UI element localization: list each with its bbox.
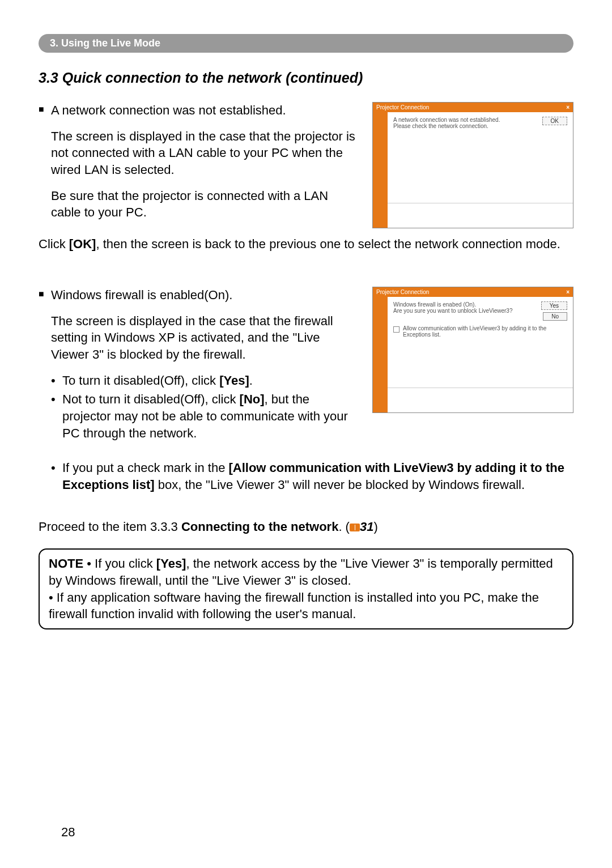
dialog-1-footer: [388, 203, 573, 228]
dialog-1-line1: A network connection was not established…: [393, 117, 567, 123]
dialog-2-title: Projector Connection: [376, 289, 429, 295]
note-label: NOTE: [49, 556, 83, 571]
block-2-bullet-1: To turn it disabled(Off), click [Yes].: [46, 372, 355, 389]
block-2-row: Windows firewall is enabled(On). The scr…: [39, 287, 573, 444]
block-1-heading: A network connection was not established…: [39, 102, 355, 119]
proceed-pre: Proceed to the item 3.3.3: [39, 520, 181, 534]
ok-button[interactable]: OK: [542, 117, 567, 125]
dialog-1-line2: Please check the network connection.: [393, 123, 567, 129]
dialog-2-checkbox-label: Allow communication with LiveViewer3 by …: [403, 325, 567, 338]
dialog-1: Projector Connection × A network connect…: [372, 102, 573, 230]
note-t2: • If any application software having the…: [49, 589, 563, 623]
dialog-2-footer-sidebar: [373, 388, 388, 412]
note-t1-pre: • If you click: [83, 556, 156, 571]
block-2-bullet-3: If you put a check mark in the [Allow co…: [46, 459, 573, 493]
block-1-p2: Be sure that the projector is connected …: [51, 188, 355, 221]
dialog-2-sidebar: [373, 297, 388, 388]
dialog-1-title: Projector Connection: [376, 104, 429, 110]
proceed-line: Proceed to the item 3.3.3 Connecting to …: [39, 518, 573, 535]
page-number: 28: [61, 825, 75, 840]
dialog-1-titlebar: Projector Connection ×: [373, 103, 573, 112]
b2-b2-pre: Not to turn it disabled(Off), click: [62, 392, 240, 406]
b2-b3-pre: If you put a check mark in the: [62, 461, 228, 475]
dialog-1-footer-sidebar: [373, 203, 388, 228]
after1-post: , then the screen is back to the previou…: [96, 237, 560, 251]
block-2-bullet-2: Not to turn it disabled(Off), click [No]…: [46, 391, 355, 441]
b2-b1-post: .: [249, 373, 253, 388]
breadcrumb-header: 3. Using the Live Mode: [39, 34, 573, 53]
proceed-ref: 31: [360, 520, 373, 534]
dialog-2: Projector Connection × Windows firewall …: [372, 287, 573, 444]
block-2-p1: The screen is displayed in the case that…: [51, 313, 355, 363]
section-title: 3.3 Quick connection to the network (con…: [39, 70, 573, 86]
close-icon[interactable]: ×: [566, 289, 570, 295]
b2-b2-bold: [No]: [240, 392, 265, 406]
proceed-post: . (: [338, 520, 350, 534]
dialog-2-checkbox-row: Allow communication with LiveViewer3 by …: [393, 325, 567, 338]
note-box: NOTE • If you click [Yes], the network a…: [39, 548, 573, 629]
checkbox-icon[interactable]: [393, 326, 400, 333]
dialog-2-titlebar: Projector Connection ×: [373, 287, 573, 297]
close-icon[interactable]: ×: [566, 104, 570, 110]
breadcrumb-text: 3. Using the Live Mode: [50, 37, 160, 49]
after1-bold: [OK]: [69, 237, 96, 251]
block-2-text: Windows firewall is enabled(On). The scr…: [39, 287, 355, 444]
b2-b3-post: box, the "Live Viewer 3" will never be b…: [155, 478, 525, 492]
no-button[interactable]: No: [543, 312, 567, 321]
note-t1-bold: [Yes]: [156, 556, 186, 571]
block-1-text: A network connection was not established…: [39, 102, 355, 230]
after-block-1: Click [OK], then the screen is back to t…: [39, 236, 573, 253]
proceed-bold: Connecting to the network: [181, 520, 338, 534]
block-1-row: A network connection was not established…: [39, 102, 573, 230]
dialog-2-body: Windows firewall is enabed (On). Are you…: [388, 297, 573, 388]
block-1-p1: The screen is displayed in the case that…: [51, 128, 355, 178]
dialog-1-sidebar: [373, 112, 388, 203]
b2-b1-pre: To turn it disabled(Off), click: [62, 373, 219, 388]
yes-button[interactable]: Yes: [541, 301, 567, 310]
after1-pre: Click: [39, 237, 69, 251]
block-2-heading: Windows firewall is enabled(On).: [39, 287, 355, 304]
b2-b1-bold: [Yes]: [219, 373, 249, 388]
proceed-close: ): [373, 520, 377, 534]
dialog-2-footer: [388, 388, 573, 412]
book-icon: [350, 524, 360, 531]
dialog-1-body: A network connection was not established…: [388, 112, 573, 203]
